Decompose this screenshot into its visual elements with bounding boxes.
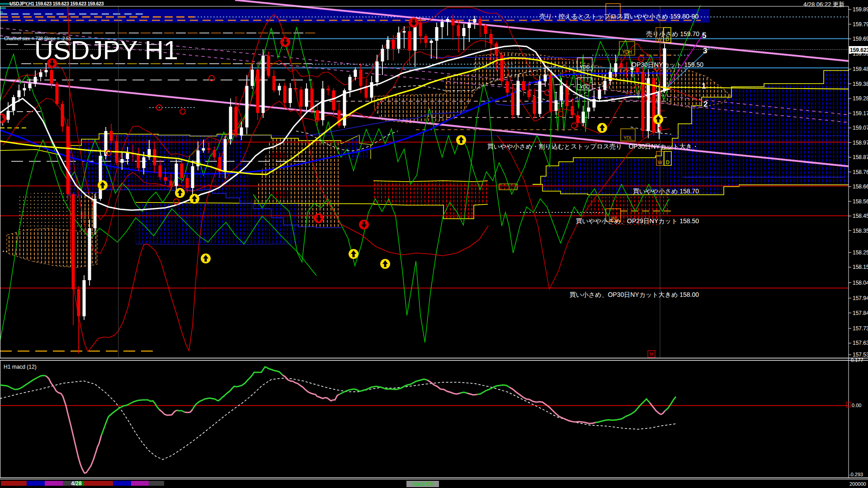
svg-text:159.623: 159.623 xyxy=(850,47,868,53)
svg-text:売り・控えるとストップロス買いやや小さめ 159.80-90: 売り・控えるとストップロス買いやや小さめ 159.80-90 xyxy=(539,13,698,20)
svg-text:158.045: 158.045 xyxy=(853,280,868,286)
svg-text:USDJPY,H1 159.623 159.623 159: USDJPY,H1 159.623 159.623 159.623 159.62… xyxy=(9,1,104,6)
svg-text:158.870: 158.870 xyxy=(853,154,868,160)
svg-text:YDC: YDC xyxy=(580,84,590,89)
svg-text:159.895: 159.895 xyxy=(853,6,868,13)
svg-text:157.840: 157.840 xyxy=(853,310,868,316)
svg-text:0.177: 0.177 xyxy=(851,357,863,363)
svg-text:-0.293: -0.293 xyxy=(849,472,863,477)
svg-text:159.485: 159.485 xyxy=(853,66,868,72)
svg-text:4/28 06:22 更新: 4/28 06:22 更新 xyxy=(803,1,844,8)
svg-text:158.560: 158.560 xyxy=(853,198,868,205)
svg-text:158.765: 158.765 xyxy=(853,169,868,175)
svg-text:売り小さめ 159.70: 売り小さめ 159.70 xyxy=(646,30,699,38)
svg-text:157.735: 157.735 xyxy=(853,325,868,332)
svg-text:157.530: 157.530 xyxy=(853,352,868,358)
svg-text:3: 3 xyxy=(703,47,707,55)
svg-text:2: 2 xyxy=(703,100,708,108)
svg-text:158.355: 158.355 xyxy=(853,228,868,234)
svg-text:158.660: 158.660 xyxy=(853,183,868,190)
svg-text:Channel size = 738 Slope = -2.: Channel size = 738 Slope = -2.51 xyxy=(4,36,71,41)
svg-text:D: D xyxy=(666,160,670,165)
svg-text:158.250: 158.250 xyxy=(853,249,868,256)
svg-text:159.175: 159.175 xyxy=(853,110,868,117)
svg-text:macd ON: macd ON xyxy=(411,481,434,487)
svg-text:4/28: 4/28 xyxy=(71,480,82,487)
svg-text:OP30日NYカット 159.50: OP30日NYカット 159.50 xyxy=(632,61,703,68)
svg-text:1: 1 xyxy=(702,82,706,90)
svg-text:157.940: 157.940 xyxy=(853,295,868,301)
svg-text:157.635: 157.635 xyxy=(853,340,868,346)
svg-text:158.150: 158.150 xyxy=(853,264,868,270)
svg-text:158.970: 158.970 xyxy=(853,140,868,146)
svg-text:買いやや小さめ、OP29日NYカット 158.50: 買いやや小さめ、OP29日NYカット 158.50 xyxy=(576,217,699,225)
svg-text:200000: 200000 xyxy=(849,481,866,487)
svg-text:159.795: 159.795 xyxy=(853,21,868,28)
svg-text:159.690: 159.690 xyxy=(853,36,868,42)
svg-text:買いやや小さめ 158.70: 買いやや小さめ 158.70 xyxy=(633,188,699,195)
svg-text:W: W xyxy=(658,160,663,165)
svg-text:0.00: 0.00 xyxy=(852,403,861,408)
svg-text:買いやや小さめ・割り込むとストップロス売り OP30日NYカ: 買いやや小さめ・割り込むとストップロス売り OP30日NYカット大き・ xyxy=(487,143,698,150)
svg-text:159.075: 159.075 xyxy=(853,125,868,131)
svg-text:159.385: 159.385 xyxy=(853,81,868,87)
svg-text:158.455: 158.455 xyxy=(853,213,868,219)
svg-text:YDH: YDH xyxy=(622,50,632,55)
svg-text:H1 macd (12): H1 macd (12) xyxy=(4,364,37,370)
svg-text:YDO: YDO xyxy=(580,65,590,70)
svg-text:YDL: YDL xyxy=(623,136,632,141)
svg-text:5: 5 xyxy=(702,31,706,40)
svg-text:159.280: 159.280 xyxy=(853,95,868,102)
svg-text:M: M xyxy=(650,352,653,357)
svg-text:買い小さめ、OP30日NYカット大きめ 158.00: 買い小さめ、OP30日NYカット大きめ 158.00 xyxy=(569,291,699,298)
